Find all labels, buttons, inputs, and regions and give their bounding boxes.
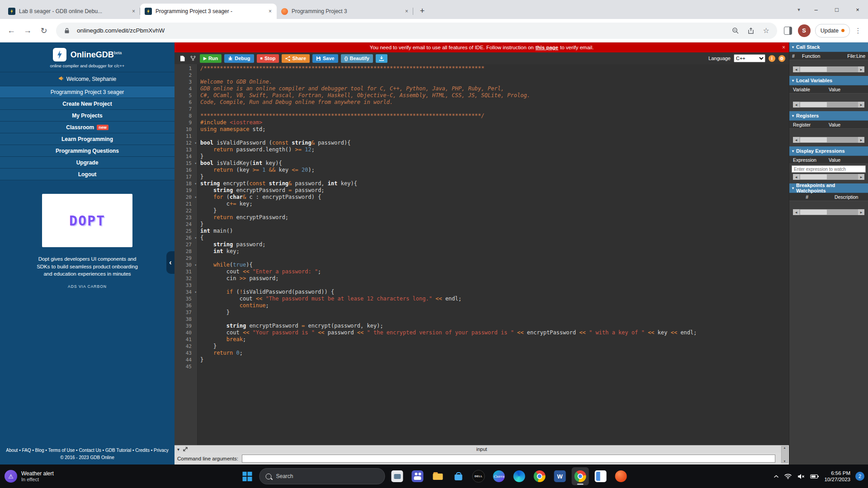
watch-expression-input[interactable]: [792, 165, 866, 173]
scroll-up-arrow[interactable]: ▲: [783, 446, 786, 449]
chevron-down-icon[interactable]: ▾: [792, 45, 794, 49]
section-header[interactable]: ▾Display Expressions: [789, 146, 868, 156]
fold-arrow-icon[interactable]: ▾: [194, 262, 197, 268]
side-panel-icon[interactable]: [783, 25, 793, 36]
command-line-input[interactable]: [242, 455, 775, 463]
sidebar-item[interactable]: Programming Project 3 seager: [0, 86, 175, 98]
announcement-icon[interactable]: [58, 76, 64, 82]
fold-arrow-icon[interactable]: ▾: [194, 289, 197, 296]
ad-card[interactable]: DOPT: [42, 194, 132, 247]
tab-close-icon[interactable]: ×: [403, 8, 410, 15]
scroll-track[interactable]: [799, 137, 858, 143]
profile-avatar[interactable]: S: [798, 24, 811, 37]
scroll-thumb[interactable]: [800, 137, 827, 142]
chevron-down-icon[interactable]: ▾: [792, 149, 794, 153]
red-app-icon[interactable]: [613, 467, 630, 485]
canva-icon[interactable]: Canva: [491, 467, 508, 485]
calculator-icon[interactable]: [592, 467, 609, 485]
refresh-icon[interactable]: ↻: [37, 24, 51, 38]
section-header[interactable]: ▾Call Stack: [789, 42, 868, 52]
weather-widget[interactable]: ⚠ Weather alert In effect: [5, 465, 54, 488]
ad-attribution[interactable]: ADS VIA CARBON: [0, 284, 175, 289]
tab-close-icon[interactable]: ×: [266, 8, 274, 15]
language-select[interactable]: C++: [734, 54, 765, 62]
sidebar-item[interactable]: Learn Programming: [0, 133, 175, 145]
settings-gear-icon[interactable]: ⚙: [778, 55, 785, 62]
browser-tab[interactable]: Programming Project 3 seager -×: [140, 4, 277, 19]
scroll-track[interactable]: [799, 102, 858, 108]
beautify-button[interactable]: {}Beautify: [341, 54, 373, 63]
dell-icon[interactable]: DELL: [470, 467, 487, 485]
share-icon[interactable]: [745, 25, 756, 36]
fold-arrow-icon[interactable]: ▾: [194, 194, 197, 201]
section-header[interactable]: ▾Registers: [789, 111, 868, 121]
update-button[interactable]: Update: [815, 24, 850, 38]
edge-icon[interactable]: [511, 467, 528, 485]
horizontal-scrollbar[interactable]: ◀▶: [793, 209, 864, 215]
code-editor[interactable]: /***************************************…: [198, 64, 789, 445]
sidebar-item[interactable]: Logout: [0, 169, 175, 180]
taskbar-search[interactable]: Search: [259, 468, 385, 484]
scroll-right-arrow[interactable]: ▶: [858, 66, 864, 72]
system-app-icon[interactable]: [389, 467, 406, 485]
back-icon[interactable]: ←: [5, 24, 18, 38]
word-icon[interactable]: W: [552, 467, 569, 485]
horizontal-scrollbar[interactable]: ◀▶: [793, 137, 864, 143]
chevron-down-icon[interactable]: ▾: [792, 186, 794, 190]
fold-arrow-icon[interactable]: ▾: [194, 160, 197, 167]
scroll-right-arrow[interactable]: ▶: [858, 137, 864, 143]
scroll-left-arrow[interactable]: ◀: [793, 137, 799, 143]
brand-block[interactable]: OnlineGDBbeta online compiler and debugg…: [0, 42, 175, 72]
minimize-button[interactable]: –: [806, 0, 826, 19]
fold-arrow-icon[interactable]: ▾: [194, 140, 197, 146]
footer-link[interactable]: Terms of Use: [48, 448, 75, 453]
scroll-thumb[interactable]: [800, 210, 827, 215]
sidebar-item[interactable]: Programming Questions: [0, 145, 175, 157]
input-tab-label[interactable]: input: [175, 446, 789, 452]
footer-link[interactable]: GDB Tutorial: [105, 448, 131, 453]
download-button[interactable]: [376, 54, 387, 63]
fold-arrow-icon[interactable]: ▾: [194, 235, 197, 241]
new-tab-button[interactable]: +: [416, 5, 429, 17]
file-explorer-icon[interactable]: [429, 467, 447, 485]
stop-button[interactable]: ■Stop: [257, 54, 279, 63]
banner-link[interactable]: this page: [536, 45, 558, 50]
share-button[interactable]: Share: [282, 54, 310, 63]
url-text[interactable]: onlinegdb.com/edit/zcPbmXvhW: [77, 27, 165, 34]
start-button[interactable]: [239, 467, 256, 485]
notification-badge[interactable]: 2: [855, 472, 864, 481]
save-button[interactable]: Save: [312, 54, 338, 63]
scroll-thumb[interactable]: [800, 102, 827, 107]
chevron-down-icon[interactable]: ▾: [792, 114, 794, 118]
browser-tab[interactable]: Lab 8 seager - GDB online Debu...×: [4, 4, 140, 19]
horizontal-scrollbar[interactable]: ◀▶: [793, 66, 864, 72]
chevron-down-icon[interactable]: ▾: [792, 79, 794, 83]
store-icon[interactable]: [450, 467, 467, 485]
footer-link[interactable]: Blog: [35, 448, 44, 453]
footer-link[interactable]: Privacy: [154, 448, 169, 453]
browser-tab[interactable]: Programming Project 3×: [277, 4, 413, 19]
ad-text[interactable]: Dopt gives developers UI components and …: [35, 255, 140, 278]
wifi-icon[interactable]: [784, 474, 792, 479]
maximize-button[interactable]: □: [826, 0, 847, 19]
run-button[interactable]: ▶Run: [200, 54, 222, 63]
address-bar[interactable]: onlinegdb.com/edit/zcPbmXvhW ☆: [56, 23, 777, 39]
sidebar-item[interactable]: My Projects: [0, 110, 175, 122]
fold-arrow-icon[interactable]: ▾: [194, 180, 197, 187]
fork-project-icon[interactable]: [189, 54, 197, 62]
tab-close-icon[interactable]: ×: [130, 8, 137, 15]
horizontal-scrollbar[interactable]: ◀▶: [793, 102, 864, 108]
footer-link[interactable]: Credits: [135, 448, 150, 453]
bookmark-star-icon[interactable]: ☆: [761, 25, 772, 36]
clock[interactable]: 6:56 PM 10/27/2023: [824, 470, 850, 483]
expand-io-icon[interactable]: [183, 447, 188, 451]
sidebar-item[interactable]: Create New Project: [0, 98, 175, 110]
info-icon[interactable]: i: [769, 55, 775, 62]
tray-chevron-up-icon[interactable]: [774, 475, 779, 478]
sidebar-item[interactable]: Classroomnew: [0, 122, 175, 133]
scroll-track[interactable]: [799, 66, 858, 72]
scroll-track[interactable]: [799, 174, 858, 180]
footer-link[interactable]: FAQ: [22, 448, 31, 453]
lock-icon[interactable]: [61, 25, 72, 36]
scroll-right-arrow[interactable]: ▶: [858, 209, 864, 215]
